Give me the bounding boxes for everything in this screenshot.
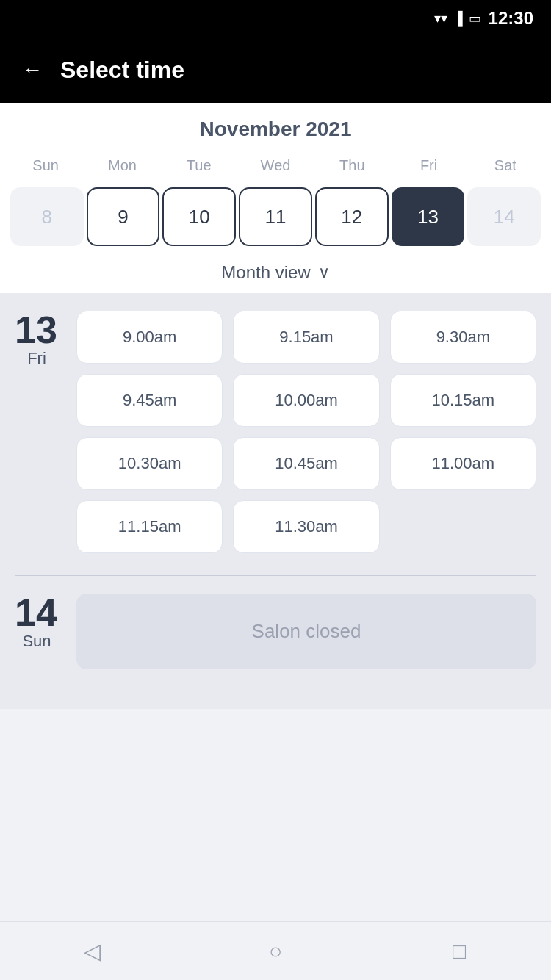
- time-slot-945[interactable]: 9.45am: [76, 374, 223, 427]
- day-13-name: Fri: [15, 349, 59, 368]
- day-14-name: Sun: [15, 632, 59, 651]
- day-cell-14[interactable]: 14: [467, 187, 541, 246]
- top-bar: ← Select time: [0, 37, 551, 103]
- time-slot-915[interactable]: 9.15am: [233, 311, 379, 364]
- status-time: 12:30: [489, 8, 533, 29]
- weekday-wed: Wed: [237, 153, 314, 179]
- day-block-13: 13 Fri 9.00am 9.15am 9.30am 9.45am 10.00…: [15, 311, 536, 553]
- battery-icon: ▭: [469, 10, 481, 26]
- day-13-number: 13: [15, 311, 59, 349]
- day-cell-11[interactable]: 11: [239, 187, 312, 246]
- back-button[interactable]: ←: [22, 58, 43, 82]
- day-cell-12[interactable]: 12: [315, 187, 389, 246]
- weekday-mon: Mon: [84, 153, 160, 179]
- month-view-toggle[interactable]: Month view ∨: [7, 249, 544, 293]
- time-slot-900[interactable]: 9.00am: [76, 311, 223, 364]
- chevron-down-icon: ∨: [318, 263, 330, 282]
- weekday-fri: Fri: [390, 153, 467, 179]
- day-13-header: 13 Fri 9.00am 9.15am 9.30am 9.45am 10.00…: [15, 311, 536, 553]
- weekday-row: Sun Mon Tue Wed Thu Fri Sat: [7, 153, 544, 179]
- day-13-label: 13 Fri: [15, 311, 59, 368]
- status-icons: ▾▾ ▐ ▭: [434, 10, 481, 26]
- time-slot-1130[interactable]: 11.30am: [233, 500, 379, 553]
- page-title: Select time: [60, 57, 184, 84]
- status-bar: ▾▾ ▐ ▭ 12:30: [0, 0, 551, 37]
- nav-home-button[interactable]: ○: [253, 929, 298, 973]
- time-slots-section: 13 Fri 9.00am 9.15am 9.30am 9.45am 10.00…: [0, 293, 551, 709]
- calendar-section: November 2021 Sun Mon Tue Wed Thu Fri Sa…: [0, 103, 551, 293]
- salon-closed-label: Salon closed: [252, 620, 361, 642]
- nav-back-button[interactable]: ◁: [70, 929, 114, 973]
- time-slot-1015[interactable]: 10.15am: [390, 374, 536, 427]
- weekday-thu: Thu: [314, 153, 390, 179]
- day-14-header: 14 Sun Salon closed: [15, 594, 536, 669]
- day-cell-9[interactable]: 9: [87, 187, 160, 246]
- time-grid-13: 9.00am 9.15am 9.30am 9.45am 10.00am 10.1…: [76, 311, 536, 553]
- section-divider: [15, 575, 536, 576]
- time-slot-1115[interactable]: 11.15am: [76, 500, 223, 553]
- month-year-label: November 2021: [7, 118, 544, 141]
- time-slot-1030[interactable]: 10.30am: [76, 437, 223, 490]
- day-14-label: 14 Sun: [15, 594, 59, 651]
- weekday-sat: Sat: [467, 153, 544, 179]
- bottom-nav: ◁ ○ □: [0, 921, 551, 980]
- time-slot-930[interactable]: 9.30am: [390, 311, 536, 364]
- day-row: 8 9 10 11 12 13 14: [7, 184, 544, 249]
- day-cell-13[interactable]: 13: [392, 187, 465, 246]
- nav-recent-button[interactable]: □: [437, 929, 481, 973]
- time-slot-1000[interactable]: 10.00am: [233, 374, 379, 427]
- day-block-14: 14 Sun Salon closed: [15, 594, 536, 669]
- day-cell-10[interactable]: 10: [162, 187, 236, 246]
- time-slot-1045[interactable]: 10.45am: [233, 437, 379, 490]
- salon-closed-box: Salon closed: [76, 594, 536, 669]
- wifi-icon: ▾▾: [434, 10, 447, 26]
- day-14-number: 14: [15, 594, 59, 632]
- weekday-tue: Tue: [161, 153, 237, 179]
- month-view-label: Month view: [221, 262, 310, 283]
- weekday-sun: Sun: [7, 153, 84, 179]
- signal-icon: ▐: [453, 11, 463, 26]
- time-slot-1100[interactable]: 11.00am: [390, 437, 536, 490]
- day-cell-8[interactable]: 8: [10, 187, 84, 246]
